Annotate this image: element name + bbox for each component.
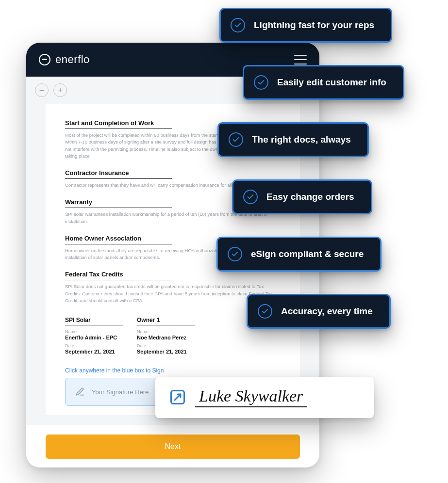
signature-placeholder: Your Signature Here [92,388,149,396]
brand-name: enerflo [55,53,90,66]
feature-label: Easy change orders [266,192,354,202]
next-button[interactable]: Next [46,435,300,459]
field-value: Noe Medrano Perez [137,335,195,340]
section-heading: Contractor Insurance [65,169,172,179]
feature-label: Lightning fast for your reps [254,20,374,31]
feature-badge: Easily edit customer info [243,65,404,100]
check-icon [228,247,242,261]
feature-badge: eSign compliant & secure [216,237,382,272]
feature-badge: Easy change orders [232,179,372,214]
check-icon [258,304,272,319]
feature-label: The right docs, always [252,134,351,145]
party-label: SPI Solar [65,317,123,325]
check-icon [243,190,258,204]
field-label: Name [65,329,123,334]
section-heading: Federal Tax Credits [65,271,172,280]
check-icon [231,18,245,32]
feature-badge: Accuracy, every time [247,294,391,329]
field-value: Enerflo Admin - EPC [65,335,123,340]
brand: enerflo [39,53,90,66]
field-label: Date [65,343,123,348]
section-heading: Warranty [65,198,172,208]
check-icon [254,75,268,90]
feature-badge: Lightning fast for your reps [219,8,392,43]
menu-icon[interactable] [294,55,307,64]
sign-hint: Click anywhere in the blue box to Sign [65,367,281,374]
signature-popover: Luke Skywalker [155,377,374,418]
section-heading: Home Owner Association [65,235,172,244]
field-value: September 21, 2021 [137,349,195,354]
field-label: Name [137,329,195,334]
footer-bar: Next [26,425,319,467]
party-label: Owner 1 [137,317,195,325]
feature-label: Easily edit customer info [277,77,386,88]
section-heading: Start and Completion of Work [65,119,172,129]
zoom-out-button[interactable]: − [35,83,49,97]
feature-label: eSign compliant & secure [251,249,364,259]
field-value: September 21, 2021 [65,349,123,354]
zoom-in-button[interactable]: + [53,83,67,97]
pen-icon [75,387,85,397]
signature-column-owner: Owner 1 Name Noe Medrano Perez Date Sept… [137,317,195,354]
field-label: Date [137,343,195,348]
brand-logo-icon [39,54,50,65]
signature-name: Luke Skywalker [195,387,307,407]
check-icon [229,132,243,147]
feature-label: Accuracy, every time [281,306,373,317]
feature-badge: The right docs, always [217,122,369,157]
pen-icon [169,388,186,406]
signature-column-company: SPI Solar Name Enerflo Admin - EPC Date … [65,317,123,354]
